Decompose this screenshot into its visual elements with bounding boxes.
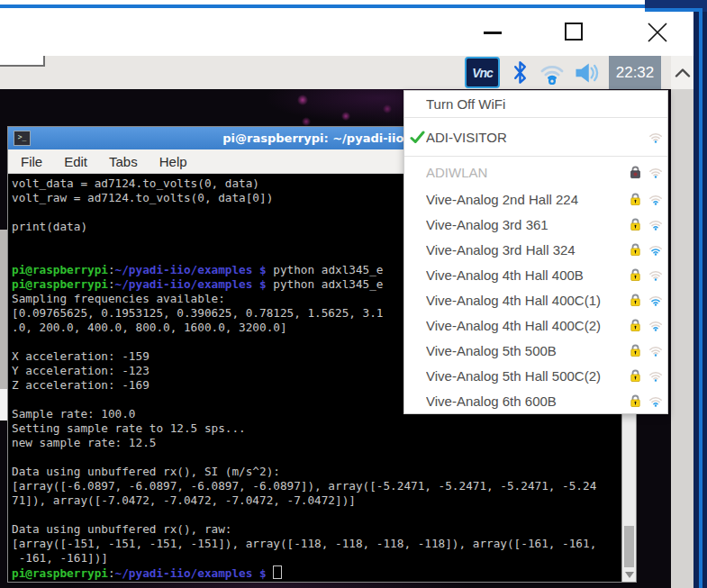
terminal-line [12, 450, 621, 465]
vnc-window-right-border [699, 12, 702, 588]
wifi-signal-icon [648, 294, 663, 306]
terminal-text-segment: ~/pyadi-iio/examples [115, 566, 253, 580]
terminal-line: Setting sample rate to 12.5 sps... [12, 421, 621, 436]
terminal-text-segment: [array([-151, -151, -151, -151]), array(… [12, 537, 596, 550]
terminal-text-segment: : [108, 566, 115, 580]
lock-icon [627, 318, 643, 332]
lock-icon [627, 394, 643, 408]
menu-item-turn-off-wifi[interactable]: Turn Off WiFi [404, 91, 667, 116]
terminal-line: Data using unbuffered rx(), raw: [12, 522, 621, 537]
terminal-menu-help[interactable]: Help [159, 154, 187, 169]
terminal-text-segment: Y acceleration: -123 [12, 364, 150, 377]
wifi-network-label: Vive-Analog 3rd 361 [426, 217, 627, 232]
wifi-network-label: Vive-Analog 4th Hall 400C(2) [426, 318, 627, 333]
wifi-network-label: Turn Off WiFi [426, 96, 627, 112]
terminal-icon: >_ [14, 131, 31, 146]
clock[interactable]: 22:32 [609, 56, 661, 89]
terminal-text-segment: Z acceleration: -169 [12, 378, 150, 392]
wifi-dropdown-menu: Turn Off WiFiADI-VISITORADIWLANVive-Anal… [403, 90, 668, 414]
bluetooth-icon[interactable] [511, 59, 530, 86]
terminal-text-segment: Setting sample rate to 12.5 sps... [12, 421, 246, 435]
viewer-scrollbar[interactable] [671, 89, 693, 588]
lock-icon [627, 192, 643, 206]
scroll-down-arrow-icon[interactable] [625, 572, 634, 578]
terminal-scrollbar-thumb[interactable] [624, 526, 634, 567]
terminal-line: pi@raspberrypi:~/pyadi-iio/examples $ [12, 565, 621, 580]
terminal-text-segment: ~/pyadi-iio/examples [115, 263, 253, 276]
terminal-line: [array([-151, -151, -151, -151]), array(… [12, 537, 621, 551]
terminal-text-segment: $ [259, 263, 267, 276]
terminal-line: [array([-6.0897, -6.0897, -6.0897, -6.08… [12, 479, 621, 493]
lock-icon [627, 293, 643, 307]
wifi-signal-icon [648, 131, 663, 143]
wifi-network-label: Vive-Analog 5th Hall 500C(2) [426, 368, 627, 384]
wifi-network-item[interactable]: Vive-Analog 5th 500B [404, 338, 667, 363]
terminal-text-segment: X acceleration: -159 [12, 349, 150, 363]
wifi-network-label: Vive-Analog 5th 500B [426, 343, 627, 358]
wifi-network-label: Vive-Analog 6th 600B [426, 394, 627, 409]
enterprise-lock-icon [627, 165, 643, 179]
wifi-signal-icon [648, 166, 663, 178]
vnc-logo-letters: Vnc [472, 66, 493, 80]
menu-separator [404, 156, 667, 157]
terminal-line: new sample rate: 12.5 [12, 436, 621, 450]
wifi-network-item[interactable]: Vive-Analog 3rd Hall 324 [404, 237, 667, 262]
terminal-text-segment [252, 263, 259, 276]
wifi-icon[interactable] [539, 61, 566, 85]
vnc-icon[interactable]: Vnc [465, 57, 500, 88]
terminal-menu-tabs[interactable]: Tabs [109, 154, 138, 169]
terminal-text-segment: : [108, 263, 115, 276]
connected-check-icon [408, 131, 426, 144]
terminal-text-segment: new sample rate: 12.5 [12, 436, 156, 449]
background-window-edge-strip [0, 389, 7, 421]
wifi-signal-icon [648, 218, 663, 231]
terminal-menu-file[interactable]: File [21, 154, 42, 169]
wifi-network-label: Vive-Analog 4th Hall 400C(1) [426, 293, 627, 308]
taskbar: Vnc 22:32 [0, 56, 671, 89]
terminal-text-segment: $ [259, 566, 267, 580]
terminal-text-segment: Data using unbuffered rx(), raw: [12, 522, 231, 536]
lock-icon [627, 217, 643, 231]
wifi-network-item[interactable]: Vive-Analog 6th 600B [404, 388, 667, 413]
wifi-network-item[interactable]: Vive-Analog 4th Hall 400C(1) [404, 287, 667, 312]
terminal-line: -161, -161])] [12, 551, 621, 565]
close-icon[interactable] [646, 21, 669, 48]
volume-icon[interactable] [575, 61, 602, 85]
wifi-network-item[interactable]: Vive-Analog 2nd Hall 224 [404, 186, 667, 212]
wifi-network-item[interactable]: ADI-VISITOR [404, 119, 667, 155]
wifi-signal-icon [648, 344, 663, 357]
wifi-network-item[interactable]: ADIWLAN [404, 158, 667, 186]
terminal-line: Data using unbuffered rx(), SI (m/s^2): [12, 465, 621, 479]
chevron-up-icon[interactable] [671, 56, 693, 89]
terminal-text-segment: .0, 200.0, 400.0, 800.0, 1600.0, 3200.0] [12, 321, 287, 334]
terminal-text-segment [252, 277, 259, 291]
terminal-text-segment: [0.09765625, 0.1953125, 0.390625, 0.7812… [12, 306, 383, 320]
terminal-text-segment: ~/pyadi-iio/examples [115, 277, 253, 291]
lock-icon [627, 242, 643, 257]
terminal-text-segment [252, 566, 259, 580]
maximize-icon[interactable] [565, 23, 583, 41]
menu-separator [404, 117, 667, 118]
wifi-network-item[interactable]: Vive-Analog 5th Hall 500C(2) [404, 363, 667, 388]
background-window-fragment [0, 56, 45, 67]
terminal-text-segment: python adxl345_e [267, 263, 384, 276]
terminal-menu-edit[interactable]: Edit [64, 154, 87, 169]
vnc-window-top-border [0, 5, 645, 8]
wifi-signal-icon [648, 268, 663, 281]
screen: Vnc 22:32 >_ pi@raspbe [0, 0, 707, 588]
terminal-line: 71]), array([-7.0472, -7.0472, -7.0472, … [12, 493, 621, 508]
terminal-text-segment: volt_raw = ad7124.to_volts(0, data[0]) [12, 191, 273, 204]
terminal-text-segment: python adxl345_e [267, 277, 384, 291]
terminal-text-segment [267, 566, 274, 580]
wifi-network-item[interactable]: Vive-Analog 4th Hall 400B [404, 262, 667, 287]
wifi-network-item[interactable]: Vive-Analog 3rd 361 [404, 212, 667, 237]
wifi-network-label: Vive-Analog 4th Hall 400B [426, 267, 627, 283]
minimize-icon[interactable] [484, 32, 502, 34]
terminal-text-segment: [array([-6.0897, -6.0897, -6.0897, -6.08… [12, 479, 596, 493]
terminal-text-segment: pi@raspberrypi [12, 263, 108, 276]
terminal-cursor [273, 565, 282, 579]
wifi-network-item[interactable]: Vive-Analog 4th Hall 400C(2) [404, 312, 667, 338]
wifi-signal-icon [648, 369, 663, 382]
terminal-text-segment: Sampling frequencies available: [12, 292, 225, 305]
terminal-text-segment: Sample rate: 100.0 [12, 407, 136, 421]
